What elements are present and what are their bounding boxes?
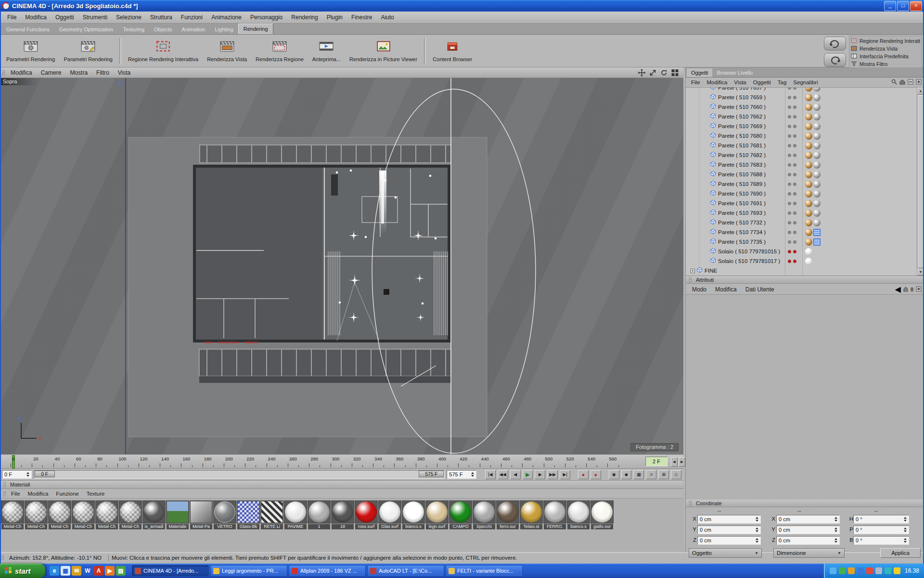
material-item[interactable]: bianco.s [402,500,425,529]
texture-tag-icon[interactable] [813,113,821,120]
prev-frame-button[interactable]: ◀ [510,470,521,479]
next-key-button[interactable]: ▶▶ [547,470,558,479]
nav-back-icon[interactable]: ◀ [895,285,901,294]
spinner-arrows[interactable] [902,517,907,522]
menu-modifica[interactable]: Modifica [21,13,51,22]
texture-tag-icon[interactable] [813,219,821,226]
quick-interfaccia-predefinita[interactable]: Interfaccia Predefinita [851,53,920,60]
texture-tag-icon[interactable] [805,229,812,236]
diamond-key-button[interactable]: ◇ [671,470,681,479]
object-menu-tag[interactable]: Tag [774,79,790,86]
spinner-arrows[interactable] [902,527,907,532]
object-row[interactable]: Parete ( 510 7657 ) [686,88,924,92]
expand-icon[interactable] [691,266,695,275]
visibility-dots[interactable] [788,260,796,263]
quicklaunch-explorer-icon[interactable]: ▤ [116,566,126,576]
material-thumbnail[interactable] [48,500,71,524]
menu-funzioni[interactable]: Funzioni [177,13,207,22]
visibility-dots[interactable] [788,163,796,167]
quicklaunch-show-desktop-icon[interactable]: ▦ [61,566,70,576]
quick-renderizza-vista[interactable]: Renderizza Vista [851,45,920,53]
close-button[interactable]: × [910,1,922,11]
visibility-dot[interactable] [788,144,791,147]
object-row[interactable]: Parete ( 510 7690 ) [686,189,924,198]
tray-antivirus-icon[interactable] [839,567,846,574]
object-row[interactable]: Parete ( 510 7660 ) [686,102,924,112]
object-row[interactable]: Parete ( 510 7735 ) [686,237,924,247]
visibility-dots[interactable] [788,183,796,186]
tray-battery-icon[interactable] [894,567,900,574]
material-thumbnail[interactable] [142,500,166,524]
slider-start-thumb[interactable]: 0 F [35,471,55,477]
texture-tag-icon[interactable] [805,94,812,101]
ruler-prev-button[interactable]: ◀ [671,457,678,467]
quicklaunch-media-player-icon[interactable]: ▶ [105,566,115,576]
panel-grip[interactable] [689,277,692,283]
material-item[interactable]: Glas.surf [378,500,401,529]
material-thumbnail[interactable] [72,500,95,524]
texture-tag-icon[interactable] [813,161,821,169]
timeline-range-slider[interactable]: 0 F575 F [34,470,445,479]
visibility-dot[interactable] [788,202,791,205]
texture-tag-icon[interactable] [813,94,821,101]
visibility-dot[interactable] [788,221,791,224]
timeline-ruler[interactable]: 0204060801001201401601802002202402602803… [0,454,683,469]
viewport-top-view[interactable]: Z Z X Sopra Fotogramma : 2 [0,78,683,454]
taskbar-task-felti-variante-blocc[interactable]: FELTI - variante Blocc... [446,565,523,577]
material-thumbnail[interactable] [284,500,307,524]
viewport-menu-camere[interactable]: Camere [37,68,66,78]
visibility-dot[interactable] [788,125,791,128]
motion-key-button[interactable]: ≡ [646,470,656,479]
object-row[interactable]: Parete ( 510 7683 ) [686,160,924,170]
spinner-arrows[interactable] [833,538,837,543]
visibility-dot[interactable] [793,96,796,99]
pan-icon[interactable] [637,68,646,77]
visibility-dots[interactable] [788,221,796,224]
tab-browser-livello[interactable]: Browser Livello [712,68,757,77]
visibility-dot[interactable] [793,105,796,109]
material-thumbnail[interactable] [402,500,425,524]
visibility-dots[interactable] [788,250,796,253]
material-thumbnail[interactable] [213,500,236,524]
visibility-dot[interactable] [788,96,791,99]
material-item[interactable]: RETE Li [260,500,283,529]
material-thumbnail[interactable] [190,500,213,524]
coordinate-field-z-0[interactable]: 0 cm [697,536,761,545]
object-row[interactable]: Parete ( 510 7682 ) [686,150,924,160]
visibility-dot[interactable] [788,154,791,157]
texture-tag-icon[interactable] [813,190,821,197]
visibility-dots[interactable] [788,105,796,109]
prev-key-button[interactable]: ◀◀ [498,470,508,479]
visibility-dot[interactable] [793,250,796,253]
tab-oggetti[interactable]: Oggetti [687,68,712,77]
texture-tag-icon[interactable] [805,123,812,130]
visibility-dots[interactable] [788,202,796,205]
texture-tag-icon[interactable] [813,104,821,111]
material-item[interactable]: Metal-Ch [119,500,142,529]
visibility-dot[interactable] [788,105,791,109]
object-row[interactable]: Parete ( 510 7669 ) [686,121,924,131]
visibility-dots[interactable] [788,115,796,118]
visibility-dot[interactable] [793,154,796,157]
texture-tag-icon[interactable] [813,210,821,217]
material-thumbnail[interactable] [355,500,378,524]
coordinate-field-x-1[interactable]: 0 cm [776,515,840,524]
visibility-dots[interactable] [788,88,796,90]
toolbar-renderizza-regione-button[interactable]: Renderizza Regione [251,37,308,66]
visibility-dot[interactable] [793,260,796,263]
quad-view-icon[interactable] [670,68,680,77]
material-thumbnail[interactable] [567,500,590,524]
material-menu-funzione[interactable]: Funzione [52,490,82,498]
material-item[interactable]: is_armadi [142,500,166,529]
material-thumbnail[interactable] [237,500,260,524]
texture-tag-icon[interactable] [813,171,821,178]
menu-struttura[interactable]: Struttura [146,13,177,22]
panel-grip[interactable] [2,70,5,76]
visibility-dot[interactable] [793,134,796,138]
object-row[interactable]: Solaio ( 510 779781015 ) [686,247,924,256]
material-item[interactable]: Specchi [473,500,496,529]
material-item[interactable]: Telaio.st [520,500,543,529]
visibility-dot[interactable] [793,221,796,224]
material-thumbnail[interactable] [25,500,48,524]
object-menu-vista[interactable]: Vista [731,79,749,86]
